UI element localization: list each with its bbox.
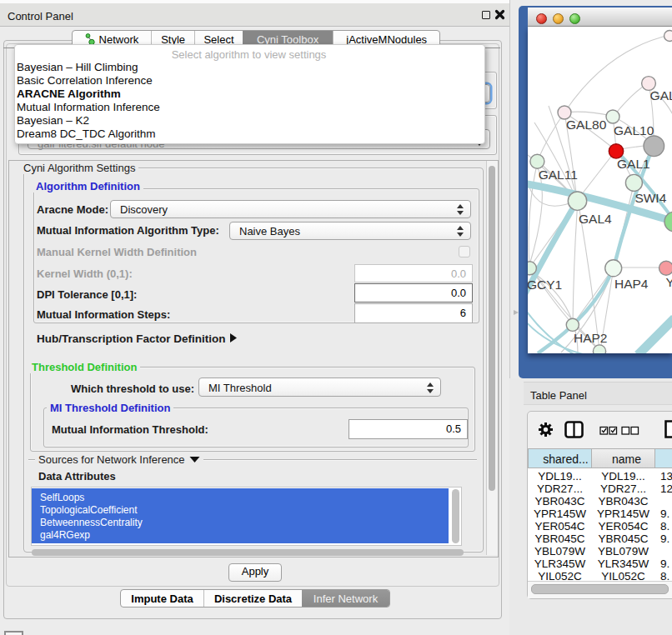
svg-text:HAP2: HAP2 xyxy=(574,331,608,345)
svg-text:GAL11: GAL11 xyxy=(539,168,578,182)
svg-text:GCY1: GCY1 xyxy=(528,278,562,292)
svg-text:GAL1: GAL1 xyxy=(617,157,650,171)
svg-text:GAL10: GAL10 xyxy=(614,123,654,138)
svg-text:HAP4: HAP4 xyxy=(614,277,649,291)
svg-text:SWI4: SWI4 xyxy=(634,191,666,205)
svg-text:GAL4: GAL4 xyxy=(579,212,612,226)
svg-text:GAL7: GAL7 xyxy=(650,88,672,102)
svg-text:Y: Y xyxy=(666,275,672,289)
svg-text:GAL80: GAL80 xyxy=(566,118,607,132)
